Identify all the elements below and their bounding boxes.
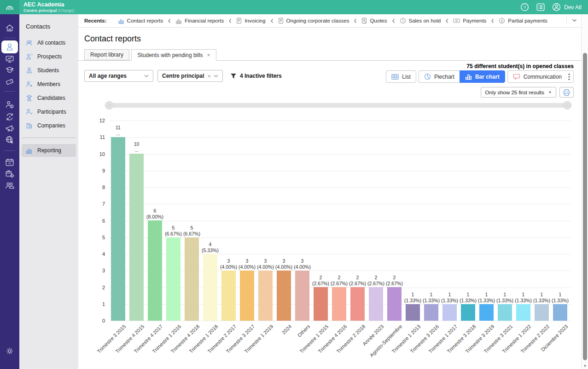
y-axis-tick: 5	[87, 235, 105, 240]
svg-text:$: $	[9, 115, 11, 118]
bar[interactable]	[369, 287, 383, 321]
bar[interactable]	[387, 287, 402, 321]
bar[interactable]	[185, 237, 199, 321]
rail-item-calendar[interactable]: 31	[0, 156, 19, 169]
y-axis-tick: 6	[87, 218, 105, 224]
x-axis-label: Trimestre 1 2016	[136, 323, 182, 369]
help-icon[interactable]: ?	[520, 3, 529, 12]
tab-students-with-pending-bills[interactable]: Students with pending bills×	[131, 49, 216, 61]
bar[interactable]	[129, 154, 144, 321]
sidebar-item-label: Members	[37, 81, 60, 87]
rail-item-home[interactable]	[0, 22, 19, 35]
bar[interactable]	[111, 137, 125, 321]
scrollbar-thumb[interactable]	[583, 53, 587, 360]
print-button[interactable]	[559, 87, 574, 98]
sidebar-item-reporting[interactable]: Reporting	[22, 144, 76, 157]
recent-item[interactable]: Invoicing	[236, 17, 265, 24]
rail-item-subscriptions[interactable]: $	[0, 110, 19, 123]
slider-track[interactable]	[109, 103, 567, 108]
rail-item-resources[interactable]	[0, 167, 19, 180]
rail-item-groups[interactable]	[0, 179, 19, 192]
scroll-down-arrow[interactable]: ▼	[582, 364, 588, 368]
bar[interactable]	[332, 287, 346, 321]
rail-item-website[interactable]	[0, 133, 19, 146]
chevron-left-icon	[270, 18, 274, 23]
list-view-button[interactable]: List	[386, 70, 416, 83]
bar[interactable]	[461, 304, 475, 321]
bar[interactable]	[148, 220, 162, 321]
centre-select[interactable]: Centre principal ×	[157, 70, 223, 82]
people-icon	[5, 180, 15, 190]
rail-item-clients[interactable]: $	[0, 98, 19, 111]
bar[interactable]	[442, 304, 457, 321]
bar[interactable]	[479, 304, 494, 321]
bar[interactable]	[221, 271, 236, 321]
sidebar-item[interactable]: ?Prospects	[19, 50, 78, 63]
bar[interactable]	[258, 271, 273, 321]
tasks-icon[interactable]	[536, 3, 545, 12]
results-limit-label: Only show 25 first results	[485, 90, 544, 95]
bar[interactable]	[350, 287, 365, 321]
bar[interactable]	[553, 304, 567, 321]
sidebar-item[interactable]: Companies	[19, 119, 78, 133]
piechart-view-button[interactable]: Piechart	[419, 70, 460, 83]
bar-value-label: 2(2.67%)	[341, 275, 374, 286]
username[interactable]: Dev Atl	[564, 4, 582, 11]
y-axis-tick: 8	[87, 184, 105, 190]
gear-icon	[5, 346, 15, 356]
tab-report-library[interactable]: Report library	[84, 49, 129, 60]
bar[interactable]	[203, 254, 217, 321]
rail-item-teachers[interactable]	[0, 64, 19, 77]
rail-item-contacts[interactable]	[1, 40, 18, 53]
recent-item[interactable]: Financial reports	[175, 18, 224, 24]
x-axis-label: Trimestre 3 2021	[467, 323, 513, 369]
recents-expand-button[interactable]	[566, 17, 577, 24]
slider-handle-left[interactable]	[105, 101, 113, 110]
bar[interactable]	[424, 304, 438, 321]
sidebar-item[interactable]: Members	[19, 77, 78, 91]
recent-item[interactable]: Payments	[453, 18, 486, 23]
bar[interactable]	[277, 271, 291, 321]
sidebar-item[interactable]: Candidates	[19, 91, 78, 105]
top-bar: AEC Academia Centre principal (Change) ?…	[0, 0, 588, 14]
bar[interactable]	[166, 237, 180, 321]
x-axis-label: Trimestre 1 2019	[228, 323, 274, 369]
results-limit-select[interactable]: Only show 25 first results ▼	[481, 87, 556, 98]
recent-item[interactable]: Contact reports	[118, 18, 163, 24]
age-range-select[interactable]: All age ranges	[84, 70, 153, 82]
barchart-view-button[interactable]: Bar chart	[460, 70, 505, 83]
bar[interactable]	[516, 304, 530, 321]
recent-item[interactable]: Sales on hold	[400, 17, 441, 24]
sidebar-item[interactable]: Participants	[19, 105, 78, 119]
bar[interactable]	[406, 304, 420, 321]
gridline	[109, 221, 571, 221]
bar[interactable]	[314, 287, 328, 321]
rail-item-settings[interactable]	[0, 345, 19, 357]
bar[interactable]	[295, 271, 309, 321]
recent-item[interactable]: Quotes	[361, 17, 387, 24]
user-icon[interactable]	[552, 3, 561, 12]
home-icon	[5, 23, 15, 33]
communication-view-button[interactable]: Communication	[507, 70, 574, 83]
x-axis-label: Diciembre 2023	[523, 323, 569, 369]
gridline	[109, 171, 571, 171]
recent-item[interactable]: $Partial payments	[499, 17, 547, 24]
y-axis-tick: 2	[87, 285, 105, 290]
app-logo[interactable]	[0, 0, 19, 14]
inactive-filters[interactable]: 4 Inactive filters	[230, 73, 282, 79]
clear-icon[interactable]: ×	[207, 73, 211, 80]
rail-item-marketing[interactable]	[0, 122, 19, 135]
x-axis-label: Trimestre 4 2017	[117, 323, 163, 369]
slider-handle-right[interactable]	[563, 101, 571, 110]
change-centre-link[interactable]: (Change)	[58, 8, 74, 13]
more-options-icon[interactable]	[568, 73, 570, 81]
rail-item-tickets[interactable]	[0, 75, 19, 88]
sidebar-item[interactable]: Students	[19, 63, 78, 77]
bar[interactable]	[535, 304, 549, 321]
bar[interactable]	[498, 304, 512, 321]
recent-item[interactable]: Ongoing corporate classes	[278, 17, 349, 24]
close-tab-icon[interactable]: ×	[207, 52, 210, 58]
sidebar-item[interactable]: All contacts	[19, 36, 78, 50]
bar[interactable]	[240, 271, 254, 321]
person-icon	[5, 42, 15, 52]
